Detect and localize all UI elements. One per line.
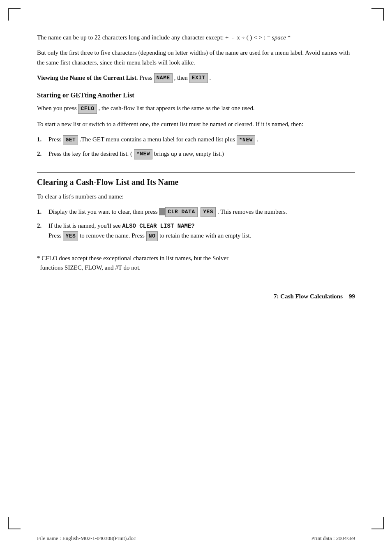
intro-para-2: But only the first three to five charact…	[37, 48, 355, 67]
clr-data-key[interactable]: CLR DATA	[165, 207, 197, 217]
corner-mark-bottom-right	[371, 517, 384, 529]
section1-para2: To start a new list or switch to a diffe…	[37, 120, 355, 129]
corner-mark-top-left	[8, 8, 21, 21]
list2-item-2: 2. If the list is named, you'll see ALSO…	[37, 221, 355, 241]
no-key[interactable]: NO	[146, 231, 158, 241]
footer-printdata: Print data : 2004/3/9	[311, 535, 355, 542]
page: The name can be up to 22 characters long…	[0, 0, 392, 554]
viewing-period: .	[210, 74, 211, 81]
footnote: * CFLO does accept these exceptional cha…	[37, 254, 355, 273]
page-number: 99	[349, 293, 355, 300]
list2-item1-content: Display the list you want to clear, then…	[48, 207, 355, 217]
page-number-area: 7: Cash Flow Calculations 99	[37, 289, 355, 300]
corner-mark-top-right	[371, 8, 384, 21]
main-content: The name can be up to 22 characters long…	[37, 33, 355, 300]
new-key-2[interactable]: *NEW	[134, 149, 152, 159]
list2-item1-num: 1.	[37, 207, 48, 217]
corner-mark-bottom-left	[8, 517, 21, 529]
get-key[interactable]: GET	[63, 135, 78, 145]
list2-item2-num: 2.	[37, 221, 48, 231]
list1: 1. Press GET .The GET menu contains a me…	[37, 135, 355, 159]
list1-item2-num: 2.	[37, 149, 48, 159]
also-clear-text: ALSO CLEAR LIST NAME?	[122, 223, 194, 229]
list1-item1-content: Press GET .The GET menu contains a menu …	[48, 135, 355, 145]
list1-item-1: 1. Press GET .The GET menu contains a me…	[37, 135, 355, 145]
list2-item2-content: If the list is named, you'll see ALSO CL…	[48, 221, 355, 241]
list1-item1-num: 1.	[37, 135, 48, 144]
intro-para-1: The name can be up to 22 characters long…	[37, 33, 355, 42]
yes-key-2[interactable]: YES	[63, 231, 78, 241]
major-para1: To clear a list's numbers and name:	[37, 192, 355, 201]
section1-para1: When you press CFLO , the cash-flow list…	[37, 104, 355, 114]
shift-key[interactable]	[159, 208, 165, 215]
major-section: Clearing a Cash-Flow List and Its Name T…	[37, 172, 355, 241]
section1-para1-post: , the cash-flow list that appears is the…	[97, 105, 255, 111]
footer-filename: File name : English-M02-1-040308(Print).…	[37, 535, 136, 542]
name-key[interactable]: NAME	[154, 73, 173, 83]
new-key-1[interactable]: *NEW	[237, 135, 255, 145]
viewing-label: Viewing the Name of the Current List.	[37, 74, 138, 81]
viewing-line: Viewing the Name of the Current List. Pr…	[37, 73, 355, 83]
section1-heading: Starting or GETting Another List	[37, 91, 355, 99]
exit-key[interactable]: EXIT	[189, 73, 208, 83]
footnote-text: * CFLO does accept these exceptional cha…	[37, 254, 355, 273]
list2: 1. Display the list you want to clear, t…	[37, 207, 355, 241]
list2-item-1: 1. Display the list you want to clear, t…	[37, 207, 355, 217]
page-chapter: 7: Cash Flow Calculations	[274, 293, 343, 300]
yes-key-1[interactable]: YES	[201, 207, 216, 217]
major-section-heading: Clearing a Cash-Flow List and Its Name	[37, 178, 355, 187]
cflo-key[interactable]: CFLO	[78, 104, 97, 114]
viewing-text: Press	[139, 74, 154, 81]
list1-item2-content: Press the key for the desired list. ( *N…	[48, 149, 355, 159]
viewing-then: , then	[174, 74, 189, 81]
footer: File name : English-M02-1-040308(Print).…	[37, 535, 355, 542]
list1-item-2: 2. Press the key for the desired list. (…	[37, 149, 355, 159]
section1-para1-pre: When you press	[37, 105, 78, 111]
